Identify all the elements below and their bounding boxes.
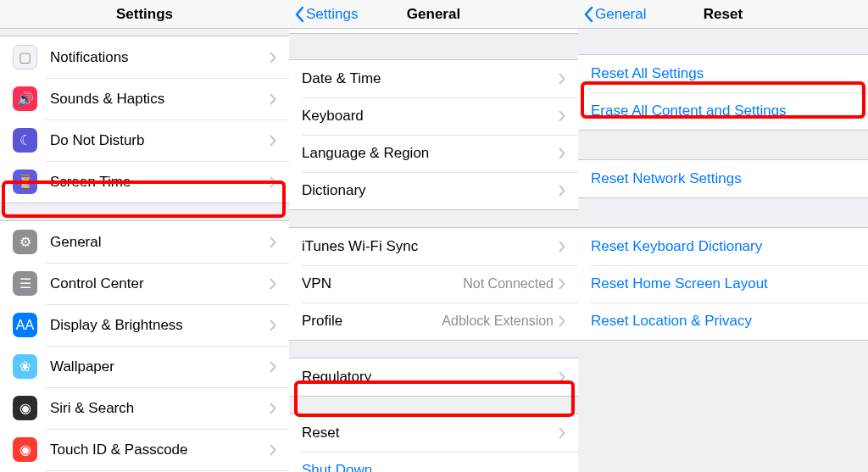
row-value: Adblock Extension [442, 314, 554, 329]
icon-wrap: ❀ [13, 354, 37, 379]
row-profile[interactable]: ProfileAdblock Extension [289, 303, 578, 340]
row-display-icon: AA [16, 319, 34, 332]
row-label: Reset [302, 425, 559, 441]
row-label: Reset Location & Privacy [591, 313, 855, 330]
row-vpn[interactable]: VPNNot Connected [289, 265, 578, 303]
chevron-right-icon [559, 110, 565, 122]
general-group-b: iTunes Wi-Fi SyncVPNNot ConnectedProfile… [289, 227, 578, 341]
row-reset-keyboard[interactable]: Reset Keyboard Dictionary [578, 228, 868, 265]
row-label: Reset All Settings [591, 65, 855, 82]
row-dnd[interactable]: ☾Do Not Disturb [0, 119, 289, 161]
row-sounds-icon: 🔊 [17, 92, 34, 106]
row-label: Erase All Content and Settings [591, 103, 855, 119]
row-screentime-icon: ⏳ [17, 175, 34, 189]
chevron-right-icon [559, 278, 565, 290]
row-label: Control Center [50, 275, 270, 292]
pane-reset: General Reset Reset All SettingsErase Al… [578, 0, 868, 472]
row-dictionary[interactable]: Dictionary [289, 172, 578, 209]
general-scroll[interactable]: Date & TimeKeyboardLanguage & RegionDict… [289, 29, 578, 472]
row-general[interactable]: ⚙General [0, 221, 289, 263]
icon-wrap: 🔊 [13, 86, 37, 111]
chevron-right-icon [270, 278, 276, 290]
row-keyboard[interactable]: Keyboard [289, 97, 578, 135]
icon-wrap: ☰ [13, 271, 37, 296]
chevron-right-icon [270, 52, 276, 64]
row-notifications[interactable]: ▢Notifications [0, 36, 289, 78]
settings-scroll[interactable]: ▢Notifications🔊Sounds & Haptics☾Do Not D… [0, 29, 289, 472]
navbar-title: Reset [704, 6, 743, 23]
chevron-right-icon [559, 427, 565, 439]
chevron-right-icon [270, 135, 276, 147]
icon-wrap: AA [13, 313, 37, 337]
row-label: Sounds & Haptics [50, 91, 270, 108]
row-reset-network[interactable]: Reset Network Settings [578, 160, 868, 197]
row-label: Keyboard [302, 108, 559, 125]
row-control-center-icon: ☰ [19, 277, 31, 291]
general-group-c: Regulatory [289, 358, 578, 397]
navbar-title: General [407, 6, 460, 23]
icon-wrap: ◉ [13, 437, 37, 462]
icon-wrap: ⏳ [13, 169, 37, 194]
row-reset-location[interactable]: Reset Location & Privacy [578, 303, 868, 340]
navbar-title: Settings [116, 6, 173, 23]
row-label: Shut Down [302, 462, 565, 472]
row-label: Wallpaper [50, 358, 270, 375]
settings-group-2: ⚙General☰Control CenterAADisplay & Brigh… [0, 220, 289, 472]
row-wallpaper-icon: ❀ [19, 360, 31, 374]
pane-general: Settings General Date & TimeKeyboardLang… [289, 0, 578, 472]
row-touchid-icon: ◉ [19, 443, 31, 457]
row-siri-icon: ◉ [19, 402, 31, 415]
back-label: Settings [306, 6, 358, 23]
row-label: Reset Keyboard Dictionary [591, 238, 855, 255]
back-to-general[interactable]: General [583, 0, 646, 29]
icon-wrap: ☾ [13, 128, 37, 153]
icon-wrap: ◉ [13, 396, 37, 420]
chevron-right-icon [270, 93, 276, 105]
row-label: Do Not Disturb [50, 132, 270, 149]
reset-group-c: Reset Keyboard DictionaryReset Home Scre… [578, 227, 868, 341]
reset-group-b: Reset Network Settings [578, 159, 868, 198]
row-value: Not Connected [463, 276, 554, 292]
row-reset-all[interactable]: Reset All Settings [578, 55, 868, 92]
chevron-right-icon [559, 241, 565, 253]
row-display[interactable]: AADisplay & Brightness [0, 304, 289, 346]
chevron-right-icon [270, 319, 276, 331]
navbar-reset: General Reset [578, 0, 868, 29]
navbar-general: Settings General [289, 0, 578, 29]
row-shutdown[interactable]: Shut Down [289, 452, 578, 472]
row-label: Touch ID & Passcode [50, 441, 270, 458]
general-group-a: Date & TimeKeyboardLanguage & RegionDict… [289, 59, 578, 210]
row-regulatory[interactable]: Regulatory [289, 358, 578, 396]
back-to-settings[interactable]: Settings [294, 0, 358, 29]
pane-settings: Settings ▢Notifications🔊Sounds & Haptics… [0, 0, 289, 472]
row-sounds[interactable]: 🔊Sounds & Haptics [0, 78, 289, 119]
row-label: Siri & Search [50, 400, 270, 417]
row-language[interactable]: Language & Region [289, 135, 578, 172]
icon-wrap: ▢ [13, 45, 37, 69]
row-date-time[interactable]: Date & Time [289, 60, 578, 97]
row-touchid[interactable]: ◉Touch ID & Passcode [0, 429, 289, 470]
row-label: Profile [302, 313, 442, 330]
chevron-right-icon [270, 444, 276, 456]
reset-scroll[interactable]: Reset All SettingsErase All Content and … [578, 29, 868, 472]
chevron-left-icon [294, 6, 304, 23]
chevron-right-icon [559, 371, 565, 383]
row-label: General [50, 234, 270, 251]
chevron-right-icon [559, 315, 565, 327]
chevron-right-icon [270, 236, 276, 248]
row-itunes-wifi[interactable]: iTunes Wi-Fi Sync [289, 228, 578, 265]
general-group-d: ResetShut Down [289, 414, 578, 472]
row-wallpaper[interactable]: ❀Wallpaper [0, 346, 289, 387]
row-label: VPN [302, 275, 463, 292]
row-label: Notifications [50, 49, 270, 66]
row-notifications-icon: ▢ [19, 51, 31, 64]
icon-wrap: ⚙ [13, 230, 37, 254]
row-erase-all[interactable]: Erase All Content and Settings [578, 92, 868, 130]
row-siri[interactable]: ◉Siri & Search [0, 387, 289, 429]
row-label: Regulatory [302, 369, 559, 386]
row-screentime[interactable]: ⏳Screen Time [0, 161, 289, 203]
row-control-center[interactable]: ☰Control Center [0, 263, 289, 304]
row-label: Date & Time [302, 70, 559, 87]
row-reset[interactable]: Reset [289, 414, 578, 452]
row-reset-home[interactable]: Reset Home Screen Layout [578, 265, 868, 303]
